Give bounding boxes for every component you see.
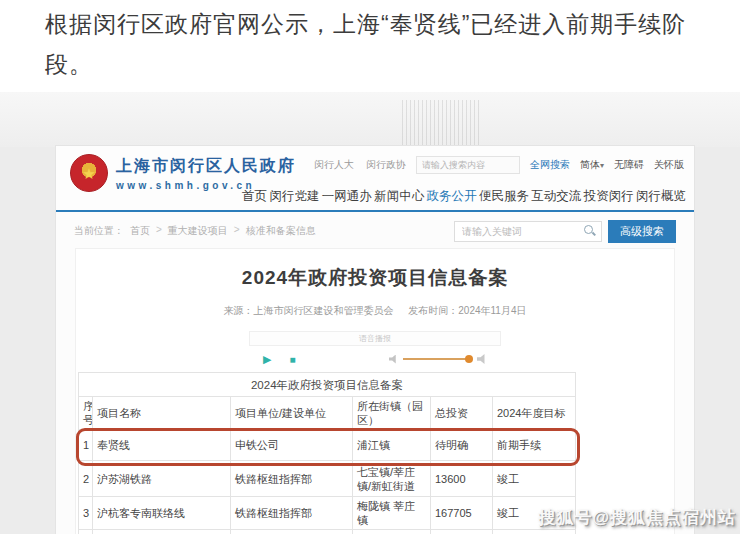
- nav-item-闵行党建[interactable]: 闵行党建: [269, 188, 319, 205]
- nav-item-新闻中心[interactable]: 新闻中心: [374, 188, 424, 205]
- national-emblem-logo: ★: [70, 154, 108, 192]
- volume-slider[interactable]: [403, 358, 469, 360]
- breadcrumb: 当前位置： 首页>重大建设项目>核准和备案信息: [74, 224, 316, 238]
- article-paragraph: 根据闵行区政府官网公示，上海“奉贤线”已经进入前期手续阶段。: [45, 4, 717, 84]
- table-cell: 申铁公司: [231, 430, 353, 461]
- table-cell: 2: [79, 461, 93, 497]
- table-cell: 待明确: [431, 430, 493, 461]
- column-header: 2024年度目标: [493, 397, 576, 430]
- audio-title: 语音播报: [249, 331, 501, 346]
- header-utility-row: 闵行人大闵行政协 全网搜索 简体▾ 无障碍 关怀版: [314, 156, 684, 174]
- table-cell: 沪苏湖铁路: [93, 461, 231, 497]
- nav-item-一网通办[interactable]: 一网通办: [322, 188, 372, 205]
- watermark: 搜狐号@搜狐焦点宿州站: [538, 506, 736, 529]
- table-cell: [353, 530, 431, 534]
- breadcrumb-item[interactable]: 核准和备案信息: [246, 224, 316, 238]
- stop-icon[interactable]: ■: [289, 354, 295, 365]
- column-header: 项目单位/建设单位: [231, 397, 353, 430]
- column-header: 总投资: [431, 397, 493, 430]
- care-version-link[interactable]: 关怀版: [654, 158, 684, 172]
- volume-slider-thumb[interactable]: [465, 355, 473, 363]
- gov-site-screenshot: ★ 上海市闵行区人民政府 www.shmh.gov.cn 闵行人大闵行政协 全网…: [55, 145, 695, 534]
- breadcrumb-item[interactable]: 首页: [130, 224, 150, 238]
- site-search-input[interactable]: [416, 156, 520, 174]
- table-cell: 铁路枢纽指挥部: [231, 461, 353, 497]
- top-link[interactable]: 闵行政协: [366, 158, 406, 172]
- backdrop-light-band: [0, 92, 740, 147]
- table-cell: 1: [79, 430, 93, 461]
- keyword-search-input[interactable]: [454, 221, 602, 242]
- chevron-down-icon: ▾: [600, 161, 604, 170]
- breadcrumb-label: 当前位置：: [74, 224, 124, 238]
- nav-item-便民服务[interactable]: 便民服务: [479, 188, 529, 205]
- table-cell: 3: [79, 497, 93, 530]
- table-row: 1奉贤线申铁公司浦江镇待明确前期手续: [79, 430, 576, 461]
- column-header: 序号: [79, 397, 93, 430]
- page-root: 根据闵行区政府官网公示，上海“奉贤线”已经进入前期手续阶段。 ★ 上海市闵行区人…: [0, 0, 740, 534]
- article-content-panel: 2024年政府投资项目信息备案 来源：上海市闵行区建设和管理委员会 发布时间：2…: [75, 248, 675, 534]
- emblem-star-icon: ★: [82, 166, 95, 181]
- site-header: ★ 上海市闵行区人民政府 www.shmh.gov.cn 闵行人大闵行政协 全网…: [56, 146, 694, 212]
- table-cell: 沪杭客专南联络线: [93, 497, 231, 530]
- breadcrumb-separator: >: [156, 224, 162, 238]
- table-header-row: 序号项目名称项目单位/建设单位所在街镇（园区）总投资2024年度目标: [79, 397, 576, 430]
- breadcrumb-separator: >: [234, 224, 240, 238]
- table-cell: 浦江镇: [353, 430, 431, 461]
- table-cell: 前期手续: [493, 430, 576, 461]
- audio-player: 语音播报 ▶ ■: [249, 331, 501, 372]
- table-cell: 梅陇镇 莘庄镇: [353, 497, 431, 530]
- top-links: 闵行人大闵行政协: [314, 158, 406, 172]
- table-cell: [231, 530, 353, 534]
- volume-low-icon: [389, 355, 398, 364]
- volume-high-icon: [477, 354, 487, 364]
- table-row: 2沪苏湖铁路铁路枢纽指挥部七宝镇/莘庄镇/新虹街道13600竣工: [79, 461, 576, 497]
- table-cell: [93, 530, 231, 534]
- site-name: 上海市闵行区人民政府: [116, 156, 296, 177]
- table-cell: 奉贤线: [93, 430, 231, 461]
- table-row-partial: [79, 530, 576, 534]
- column-header: 项目名称: [93, 397, 231, 430]
- accessibility-link[interactable]: 无障碍: [614, 158, 644, 172]
- nav-item-互动交流[interactable]: 互动交流: [531, 188, 581, 205]
- table-cell: [431, 530, 493, 534]
- site-search-button[interactable]: 全网搜索: [530, 158, 570, 172]
- table-cell: 167705: [431, 497, 493, 530]
- nav-item-政务公开[interactable]: 政务公开: [427, 188, 477, 205]
- page-title: 2024年政府投资项目信息备案: [76, 265, 674, 291]
- table-row: 3沪杭客专南联络线铁路枢纽指挥部梅陇镇 莘庄镇167705竣工: [79, 497, 576, 530]
- breadcrumb-row: 当前位置： 首页>重大建设项目>核准和备案信息 高级搜索: [56, 214, 694, 248]
- screenshot-backdrop: ★ 上海市闵行区人民政府 www.shmh.gov.cn 闵行人大闵行政协 全网…: [0, 92, 740, 534]
- table-caption: 2024年政府投资项目信息备案: [79, 373, 576, 397]
- doc-meta: 来源：上海市闵行区建设和管理委员会 发布时间：2024年11月4日: [76, 304, 674, 318]
- language-select[interactable]: 简体▾: [580, 158, 604, 172]
- top-link[interactable]: 闵行人大: [314, 158, 354, 172]
- table-cell: 七宝镇/莘庄镇/新虹街道: [353, 461, 431, 497]
- doc-source: 来源：上海市闵行区建设和管理委员会: [224, 305, 394, 316]
- table-cell: 竣工: [493, 461, 576, 497]
- advanced-search-button[interactable]: 高级搜索: [608, 220, 676, 243]
- table-cell: [493, 530, 576, 534]
- main-nav: 首页闵行党建一网通办新闻中心政务公开便民服务互动交流投资闵行闵行概览: [242, 188, 686, 205]
- site-brand[interactable]: ★ 上海市闵行区人民政府 www.shmh.gov.cn: [70, 154, 296, 192]
- projects-table: 2024年政府投资项目信息备案序号项目名称项目单位/建设单位所在街镇（园区）总投…: [78, 372, 576, 534]
- audio-controls: ▶ ■: [249, 346, 501, 372]
- search-icon[interactable]: [584, 225, 596, 237]
- column-header: 所在街镇（园区）: [353, 397, 431, 430]
- keyword-search: 高级搜索: [454, 220, 676, 243]
- nav-item-首页[interactable]: 首页: [242, 188, 267, 205]
- nav-item-投资闵行[interactable]: 投资闵行: [584, 188, 634, 205]
- table-cell: 铁路枢纽指挥部: [231, 497, 353, 530]
- breadcrumb-item[interactable]: 重大建设项目: [168, 224, 228, 238]
- table-cell: [79, 530, 93, 534]
- play-icon[interactable]: ▶: [263, 353, 271, 366]
- table-cell: 13600: [431, 461, 493, 497]
- doc-publish-time: 发布时间：2024年11月4日: [408, 305, 526, 316]
- nav-item-闵行概览[interactable]: 闵行概览: [636, 188, 686, 205]
